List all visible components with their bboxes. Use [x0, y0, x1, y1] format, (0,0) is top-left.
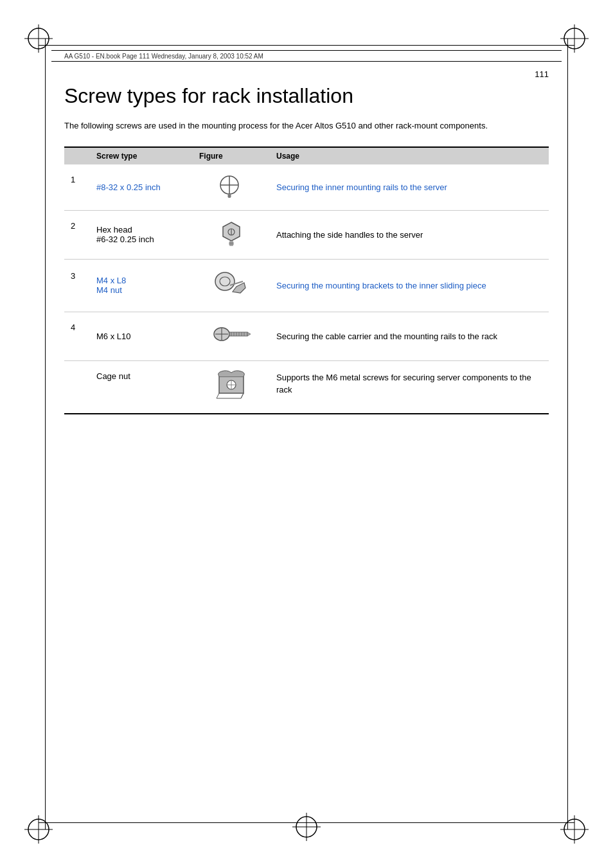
screw-type-label: #8-32 x 0.25 inch: [96, 182, 161, 192]
col-header-screw-type: Screw type: [90, 147, 193, 164]
screw-type-cell: Hex head#6-32 0.25 inch: [90, 210, 193, 259]
row-number: 1: [64, 164, 90, 211]
usage-label: Supports the M6 metal screws for securin…: [276, 373, 531, 395]
intro-paragraph: The following screws are used in the mou…: [64, 120, 549, 132]
table-header-row: Screw type Figure Usage: [64, 147, 549, 164]
row-number: 2: [64, 210, 90, 259]
top-border-line: [39, 45, 574, 46]
usage-cell: Securing the inner mounting rails to the…: [270, 164, 549, 211]
main-content: Screw types for rack installation The fo…: [64, 84, 549, 414]
figure-cell: [193, 360, 270, 414]
col-header-figure: Figure: [193, 147, 270, 164]
usage-cell: Attaching the side handles to the server: [270, 210, 549, 259]
usage-label: Securing the cable carrier and the mount…: [276, 332, 497, 341]
col-header-number: [64, 147, 90, 164]
table-row: 3 M4 x L8M4 nut: [64, 259, 549, 312]
table-row: 1 #8-32 x 0.25 inch: [64, 164, 549, 211]
figure-cell: [193, 312, 270, 360]
reg-mark-top-left: [24, 24, 53, 53]
screw-figure-2: [215, 220, 247, 248]
usage-label: Attaching the side handles to the server: [276, 230, 423, 240]
svg-line-46: [217, 393, 219, 398]
screw-figure-4: [212, 321, 251, 350]
screw-type-label: Cage nut: [96, 371, 130, 381]
screw-type-cell: Cage nut: [90, 360, 193, 414]
table-row: Cage nut: [64, 360, 549, 414]
col-header-usage: Usage: [270, 147, 549, 164]
reg-mark-top-right: [560, 24, 589, 53]
header-bar: AA G510 - EN.book Page 111 Wednesday, Ja…: [51, 50, 562, 62]
screw-type-label: M4 x L8M4 nut: [96, 276, 126, 295]
svg-rect-34: [229, 332, 247, 336]
row-number: [64, 360, 90, 414]
screw-type-cell: M4 x L8M4 nut: [90, 259, 193, 312]
reg-mark-bottom-center: [292, 813, 321, 841]
row-number: 4: [64, 312, 90, 360]
screw-type-label: Hex head#6-32 0.25 inch: [96, 225, 154, 244]
svg-marker-41: [247, 332, 251, 336]
svg-rect-24: [229, 241, 233, 246]
page-number: 111: [535, 69, 549, 79]
right-border-line: [567, 39, 568, 829]
screw-type-cell: M6 x L10: [90, 312, 193, 360]
row-number: 3: [64, 259, 90, 312]
table-row: 2 Hex head#6-32 0.25 inch: [64, 210, 549, 259]
usage-label: Securing the mounting brackets to the in…: [276, 281, 486, 290]
table-row: 4 M6 x L10: [64, 312, 549, 360]
screw-figure-3: [212, 269, 251, 301]
reg-mark-bottom-left: [24, 815, 53, 844]
svg-rect-18: [228, 194, 231, 198]
svg-point-27: [215, 272, 235, 290]
header-text: AA G510 - EN.book Page 111 Wednesday, Ja…: [64, 53, 263, 60]
screw-figure-1: [215, 173, 247, 199]
figure-cell: [193, 164, 270, 211]
reg-mark-bottom-right: [560, 815, 589, 844]
left-border-line: [45, 39, 46, 829]
svg-marker-49: [241, 393, 244, 398]
screw-type-label: M6 x L10: [96, 332, 130, 341]
usage-cell: Securing the mounting brackets to the in…: [270, 259, 549, 312]
figure-cell: [193, 259, 270, 312]
usage-label: Securing the inner mounting rails to the…: [276, 182, 447, 192]
page-title: Screw types for rack installation: [64, 84, 549, 108]
screw-type-cell: #8-32 x 0.25 inch: [90, 164, 193, 211]
screw-table: Screw type Figure Usage 1 #8-32 x 0.25 i…: [64, 146, 549, 414]
usage-cell: Securing the cable carrier and the mount…: [270, 312, 549, 360]
figure-cell: [193, 210, 270, 259]
screw-figure-cage-nut: [214, 370, 249, 402]
usage-cell: Supports the M6 metal screws for securin…: [270, 360, 549, 414]
